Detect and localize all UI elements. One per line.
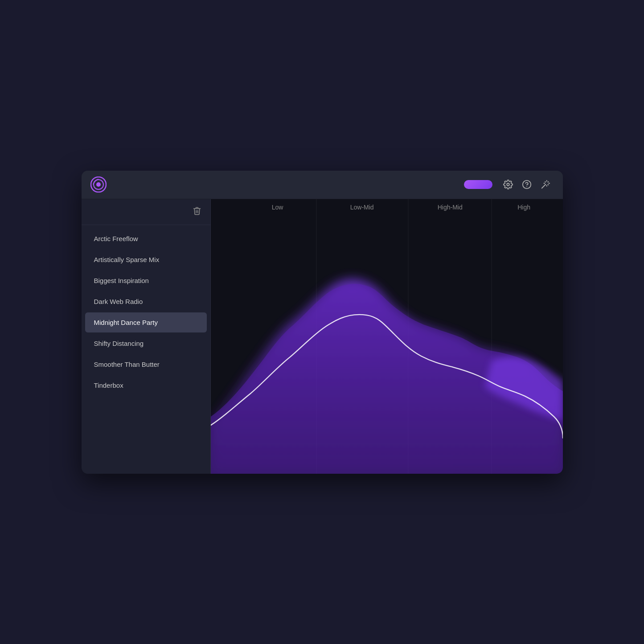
- freq-label-low: Low: [272, 204, 283, 211]
- sidebar-item-biggest-inspiration[interactable]: Biggest Inspiration: [85, 271, 207, 291]
- capture-button[interactable]: [464, 180, 492, 189]
- sidebar: Arctic FreeflowArtistically Sparse MixBi…: [82, 199, 211, 474]
- freq-label-high: High: [517, 204, 530, 211]
- extra-button[interactable]: [537, 176, 554, 193]
- sidebar-item-dark-web-radio[interactable]: Dark Web Radio: [85, 291, 207, 312]
- delete-icon[interactable]: [193, 206, 201, 217]
- app-logo-icon: [90, 176, 107, 193]
- sidebar-header: [82, 199, 210, 225]
- gear-icon: [503, 180, 513, 189]
- sidebar-item-artistically-sparse-mix[interactable]: Artistically Sparse Mix: [85, 250, 207, 270]
- app-window: Arctic FreeflowArtistically Sparse MixBi…: [82, 171, 563, 474]
- freq-label-high-mid: High-Mid: [438, 204, 463, 211]
- svg-point-3: [507, 183, 509, 186]
- help-icon: [522, 180, 532, 189]
- targets-list: Arctic FreeflowArtistically Sparse MixBi…: [82, 225, 210, 474]
- sidebar-item-shifty-distancing[interactable]: Shifty Distancing: [85, 333, 207, 353]
- sidebar-item-arctic-freeflow[interactable]: Arctic Freeflow: [85, 229, 207, 249]
- titlebar: [82, 171, 563, 199]
- main-content: Arctic FreeflowArtistically Sparse MixBi…: [82, 199, 563, 474]
- sidebar-item-tinderbox[interactable]: Tinderbox: [85, 375, 207, 395]
- wand-icon: [541, 180, 550, 189]
- sidebar-item-smoother-than-butter[interactable]: Smoother Than Butter: [85, 354, 207, 374]
- freq-labels: LowLow-MidHigh-MidHigh: [211, 199, 563, 215]
- svg-point-2: [96, 182, 101, 187]
- chart-area: LowLow-MidHigh-MidHigh: [211, 199, 563, 474]
- frequency-chart: [211, 199, 563, 474]
- help-button[interactable]: [518, 176, 535, 193]
- freq-label-low-mid: Low-Mid: [350, 204, 374, 211]
- sidebar-item-midnight-dance-party[interactable]: Midnight Dance Party: [85, 312, 207, 332]
- settings-button[interactable]: [500, 176, 517, 193]
